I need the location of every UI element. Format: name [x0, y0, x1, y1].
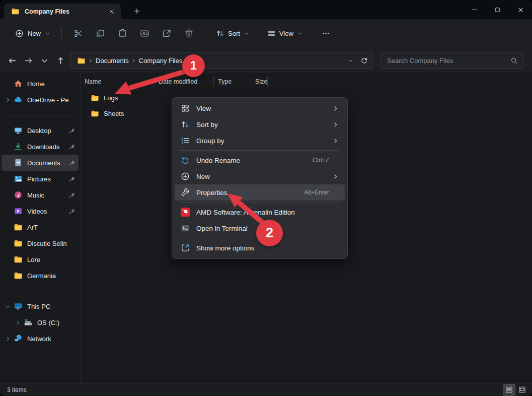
sidebar-item[interactable]: Desktop	[2, 122, 79, 139]
nav-button[interactable]	[4, 52, 20, 69]
sidebar-item-label: OneDrive - Persona	[27, 96, 68, 104]
chevron-right-icon[interactable]	[4, 335, 12, 343]
network-icon	[14, 334, 23, 343]
expand-chevron[interactable]	[4, 126, 12, 135]
navigation-bar: › Documents › Company Files ›	[0, 48, 532, 73]
view-toggle-button[interactable]	[503, 384, 515, 395]
column-headers: Name Date modified Type Size	[81, 73, 532, 90]
toolbar-icon-button[interactable]	[133, 24, 156, 43]
column-header[interactable]: Size	[255, 77, 268, 87]
sidebar-item[interactable]: This PC	[2, 298, 79, 314]
pictures-icon	[14, 174, 23, 183]
file-explorer-window: Company Files New	[0, 0, 532, 396]
sidebar-item[interactable]: Discutie Selin	[2, 235, 79, 251]
sidebar-item[interactable]: Network	[2, 331, 79, 347]
sort-icon	[216, 29, 224, 38]
undo-icon	[181, 156, 190, 165]
close-icon[interactable]	[108, 8, 116, 16]
context-menu-item[interactable]: Group by	[175, 133, 345, 149]
expand-chevron[interactable]	[4, 159, 12, 167]
toolbar-icon-button[interactable]	[67, 24, 89, 43]
sidebar-item-label: OS (C:)	[37, 319, 68, 326]
sidebar-item[interactable]: OS (C:)	[2, 314, 79, 331]
nav-button[interactable]	[36, 52, 52, 69]
toolbar-icon-button[interactable]	[156, 24, 178, 43]
breadcrumb-item[interactable]: Company Files	[139, 57, 183, 64]
breadcrumb: Documents › Company Files ›	[96, 57, 192, 64]
context-menu-item[interactable]: New	[175, 168, 345, 184]
expand-chevron[interactable]	[4, 80, 12, 88]
column-header[interactable]: Name	[81, 77, 155, 87]
context-menu-item[interactable]: Sort by	[175, 116, 345, 133]
sidebar-item[interactable]: Videos	[2, 203, 79, 219]
sidebar-item[interactable]: Downloads	[2, 139, 79, 155]
toolbar-icon-button[interactable]	[89, 24, 111, 43]
context-menu-item[interactable]: AMD Software: Adrenalin Edition	[175, 204, 345, 220]
expand-chevron[interactable]	[4, 191, 12, 199]
close-icon	[517, 7, 524, 13]
titlebar: Company Files	[0, 0, 532, 19]
chevron-right-icon[interactable]	[4, 96, 12, 104]
window-control-button[interactable]	[486, 0, 509, 19]
context-menu-item[interactable]: View	[175, 100, 345, 116]
navigation-pane: Home OneDrive - Persona Desktop	[0, 73, 81, 383]
nav-button[interactable]	[20, 52, 36, 69]
sidebar-item[interactable]: Home	[2, 76, 79, 92]
sidebar-item[interactable]: Lore	[2, 251, 79, 268]
thispc-icon	[14, 302, 23, 311]
explorer-tab[interactable]: Company Files	[4, 4, 121, 19]
window-control-button[interactable]	[463, 0, 486, 19]
context-menu-item[interactable]: Properties Alt+Enter	[175, 184, 345, 201]
pin-icon	[68, 191, 75, 199]
expand-chevron[interactable]	[4, 272, 12, 280]
pin-icon	[68, 175, 75, 182]
breadcrumb-item[interactable]: Documents	[96, 57, 129, 64]
wrench-icon	[181, 188, 190, 197]
chevron-down-icon	[297, 31, 302, 36]
expand-chevron[interactable]	[4, 223, 12, 231]
ellipsis-icon[interactable]	[316, 25, 336, 43]
sidebar-item[interactable]: ArT	[2, 219, 79, 235]
plus-icon[interactable]	[132, 6, 142, 16]
sidebar-item[interactable]: OneDrive - Persona	[2, 92, 79, 108]
expand-chevron[interactable]	[4, 239, 12, 247]
column-header[interactable]: Date modified	[155, 77, 214, 87]
sort-button[interactable]: Sort	[210, 25, 255, 42]
window-control-button[interactable]	[509, 0, 532, 19]
chevron-down-icon[interactable]	[4, 302, 12, 310]
chevron-down-icon[interactable]	[348, 58, 353, 63]
sidebar-item-label: Home	[27, 80, 68, 88]
sidebar-item[interactable]: Germania	[2, 268, 79, 284]
search-input[interactable]	[387, 57, 510, 64]
submenu-chevron	[332, 189, 339, 196]
toolbar-icon-button[interactable]	[111, 24, 133, 43]
folder-icon	[14, 223, 23, 232]
view-button[interactable]: View	[262, 25, 308, 42]
expand-chevron[interactable]	[4, 175, 12, 183]
column-header-label: Name	[85, 78, 101, 85]
share-icon	[162, 29, 172, 38]
expand-chevron[interactable]	[4, 143, 12, 151]
chevron-right-icon[interactable]	[14, 318, 22, 326]
nav-button[interactable]	[52, 52, 68, 69]
breadcrumb-separator: ›	[186, 57, 188, 64]
context-menu-item[interactable]: Open in Terminal	[175, 220, 345, 236]
new-button[interactable]: New	[9, 26, 56, 41]
column-header[interactable]: Type	[214, 77, 255, 87]
context-menu-item[interactable]: Undo Rename Ctrl+Z	[175, 152, 345, 168]
view-toggle-button[interactable]	[516, 384, 528, 395]
sidebar-item[interactable]: Pictures	[2, 171, 79, 187]
expand-chevron[interactable]	[4, 207, 12, 215]
copy-icon	[96, 29, 105, 38]
sidebar-item-label: Downloads	[27, 143, 68, 151]
toolbar-icon-button[interactable]	[178, 24, 200, 43]
expand-chevron[interactable]	[4, 255, 12, 263]
context-menu-item[interactable]: Show more options	[175, 240, 345, 256]
group-by-icon	[181, 136, 190, 145]
sidebar-item[interactable]: Music	[2, 187, 79, 203]
sidebar-item-label: This PC	[27, 303, 68, 310]
arrow-up-icon	[52, 52, 68, 69]
refresh-icon[interactable]	[360, 57, 368, 64]
sidebar-item[interactable]: Documents	[2, 155, 79, 171]
address-bar[interactable]: › Documents › Company Files ›	[70, 52, 372, 69]
